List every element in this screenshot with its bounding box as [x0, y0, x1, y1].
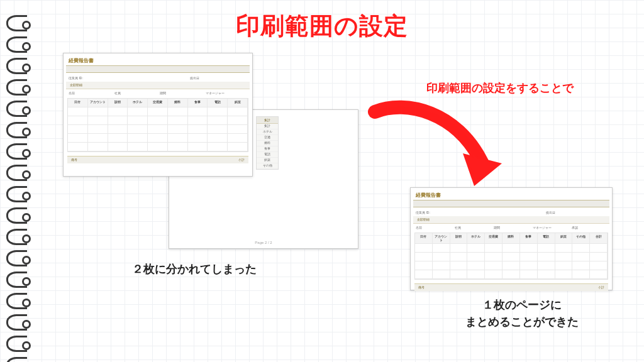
table-row — [68, 134, 248, 143]
print-preview-single-page: 経費報告書 従業員 ID: 提出日 金額明細 名前 社員 期間 マネージャー 承… — [410, 187, 613, 290]
binder-ring — [6, 357, 27, 362]
list-item: 燃料 — [257, 141, 278, 146]
table-row — [415, 270, 608, 279]
table-header: 日付 アカウント 説明 ホテル 交通費 燃料 食事 電話 娯楽 — [68, 99, 248, 107]
arrow-icon — [369, 93, 513, 194]
doc-section-purpose — [413, 200, 609, 207]
binder-ring — [6, 250, 27, 266]
svg-marker-0 — [463, 153, 502, 186]
list-item: 電話 — [257, 152, 278, 158]
list-item: 交通 — [257, 135, 278, 141]
doc-section-purpose — [66, 65, 250, 73]
expense-table: 日付 アカウント 説明 ホテル 交通費 燃料 食事 電話 娯楽 その他 合計 — [414, 233, 608, 280]
expense-table: 日付 アカウント 説明 ホテル 交通費 燃料 食事 電話 娯楽 — [67, 98, 248, 152]
binder-ring — [6, 336, 27, 352]
svg-marker-1 — [467, 156, 498, 181]
doc-footer: 備考 小計 — [67, 156, 248, 163]
binder-ring — [6, 229, 27, 245]
spiral-binder — [6, 15, 34, 362]
notebook-page: 印刷範囲の設定 経費報告書 従業員 ID: 提出日 金額明細 名前 社員 期間 … — [0, 0, 644, 362]
table-row — [415, 244, 608, 253]
list-item: 食事 — [257, 146, 278, 152]
list-item: 娯楽 — [257, 158, 278, 163]
table-row — [68, 143, 248, 151]
table-row — [68, 125, 248, 134]
page-number: Page 2 / 2 — [169, 241, 358, 244]
doc-section-detail: 金額明細 — [413, 216, 609, 224]
caption-one-page: １枚のページに まとめることができた — [440, 297, 604, 331]
table-row — [68, 107, 248, 116]
caption-print-area: 印刷範囲の設定をすることで — [426, 80, 574, 96]
doc-info-row: 名前 社員 期間 マネージャー — [64, 90, 252, 96]
summary-header: 集計 — [257, 117, 278, 124]
table-row — [68, 116, 248, 125]
binder-ring — [6, 272, 27, 288]
binder-ring — [6, 207, 27, 224]
print-preview-page-1: 経費報告書 従業員 ID: 提出日 金額明細 名前 社員 期間 マネージャー 日… — [63, 53, 253, 177]
binder-ring — [6, 79, 27, 96]
doc-footer: 備考 小計 — [414, 283, 608, 291]
table-row — [415, 261, 608, 270]
table-row — [415, 253, 608, 261]
doc-section-detail: 金額明細 — [66, 82, 250, 89]
list-item: その他 — [257, 163, 278, 169]
binder-ring — [6, 58, 27, 74]
list-item: 集計 — [257, 124, 278, 129]
table-header: 日付 アカウント 説明 ホテル 交通費 燃料 食事 電話 娯楽 その他 合計 — [415, 233, 608, 244]
caption-two-pages: ２枚に分かれてしまった — [132, 261, 257, 277]
binder-ring — [6, 293, 27, 309]
binder-ring — [6, 122, 27, 138]
binder-ring — [6, 186, 27, 202]
list-item: ホテル — [257, 129, 278, 135]
binder-ring — [6, 314, 27, 331]
binder-ring — [6, 101, 27, 117]
binder-ring — [6, 143, 27, 160]
binder-ring — [6, 165, 27, 181]
overflow-summary-list: 集計 集計 ホテル 交通 燃料 食事 電話 娯楽 その他 — [256, 116, 279, 170]
doc-title: 経費報告書 — [411, 188, 612, 200]
doc-meta-row: 従業員 ID: 提出日 — [411, 210, 612, 215]
doc-title: 経費報告書 — [64, 53, 252, 65]
page-title: 印刷範囲の設定 — [0, 10, 644, 42]
doc-info-row: 名前 社員 期間 マネージャー 承認 — [411, 225, 612, 230]
doc-meta-row: 従業員 ID: 提出日 — [64, 75, 252, 80]
